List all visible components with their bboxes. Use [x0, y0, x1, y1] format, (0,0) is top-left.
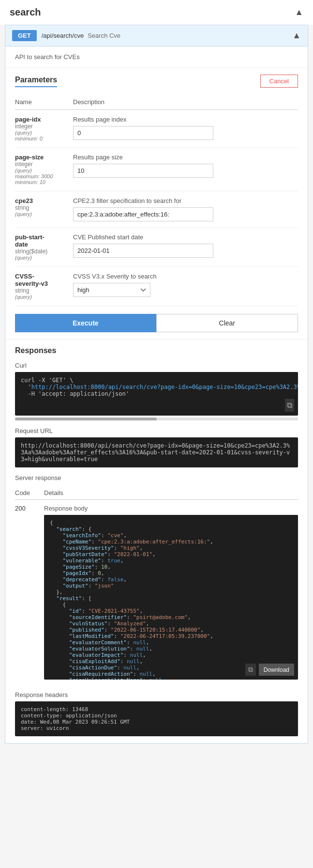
method-badge: GET [12, 30, 37, 41]
action-bar: Execute Clear [15, 314, 298, 332]
curl-section: Curl curl -X 'GET' \ 'http://localhost:8… [15, 362, 298, 420]
param-row-cvss-severity: CVSS-severity-v3 string (query) CVSS V3.… [15, 267, 298, 306]
response-body-content: { "search": { "searchInfo": "cve", "cpeN… [50, 520, 292, 680]
server-response-label: Server response [15, 474, 298, 481]
params-title: Parameters [15, 76, 57, 87]
param-meta-cvss-severity: CVSS-severity-v3 string (query) [15, 273, 73, 300]
param-name: page-size [15, 154, 73, 161]
param-input-page-idx[interactable] [73, 126, 213, 140]
param-desc: CVE Published start date [73, 233, 298, 241]
curl-scrollbar-thumb [15, 418, 157, 420]
param-input-page-size[interactable] [73, 164, 213, 178]
request-url-block: http://localhost:8000/api/search/cve?pag… [15, 437, 298, 467]
param-type: integer [15, 161, 73, 168]
param-constraint: maximum: 3000 [15, 173, 73, 179]
api-description: API to search for CVEs [5, 46, 308, 68]
endpoint-name: Search Cve [88, 32, 120, 39]
execute-button[interactable]: Execute [15, 314, 156, 332]
param-desc: CVSS V3.x Severity to search [73, 273, 298, 280]
param-row-page-size: page-size integer (query) maximum: 3000 … [15, 148, 298, 191]
response-headers-content: content-length: 13468 content-type: appl… [21, 706, 292, 731]
download-button[interactable]: Download [259, 664, 294, 676]
param-name: pub-start-date [15, 233, 73, 248]
endpoint-bar-left: GET /api/search/cve Search Cve [12, 30, 292, 41]
param-meta-pub-start-date: pub-start-date string($date) (query) [15, 233, 73, 261]
copy-body-button[interactable]: ⧉ [245, 664, 256, 676]
endpoint-collapse-icon[interactable]: ▲ [292, 31, 301, 41]
param-scope: (query) [15, 130, 73, 136]
request-url-content: http://localhost:8000/api/search/cve?pag… [21, 442, 290, 463]
col-description: Description [73, 98, 298, 106]
param-content-page-idx: Results page index [73, 116, 298, 140]
response-headers-label: Response headers [15, 691, 298, 698]
cancel-button[interactable]: Cancel [260, 75, 298, 88]
clear-button[interactable]: Clear [156, 314, 298, 332]
collapse-icon[interactable]: ▲ [295, 7, 303, 17]
parameters-section: Parameters Cancel Name Description page-… [5, 68, 308, 339]
page-title: search [10, 7, 41, 18]
details-col-header: Details [44, 489, 298, 496]
endpoint-bar: GET /api/search/cve Search Cve ▲ [5, 25, 308, 46]
param-constraint2: minimum: 10 [15, 179, 73, 185]
code-details-header: Code Details [15, 486, 298, 500]
response-code: 200 [15, 505, 44, 512]
param-meta-page-idx: page-idx integer (query) minimum: 0 [15, 116, 73, 141]
param-table-header: Name Description [15, 94, 298, 110]
response-headers-section: Response headers content-length: 13468 c… [15, 691, 298, 736]
cvss-severity-select[interactable]: -- select -- low medium high critical [73, 283, 150, 297]
param-type: string [15, 204, 73, 211]
col-name: Name [15, 98, 73, 106]
param-row-cpe23: cpe23 string (query) CPE2.3 filter speci… [15, 191, 298, 228]
param-scope: (query) [15, 255, 73, 261]
params-header: Parameters Cancel [15, 75, 298, 88]
curl-scrollbar[interactable] [15, 418, 298, 420]
param-row-pub-start-date: pub-start-date string($date) (query) CVE… [15, 228, 298, 267]
param-input-pub-start-date[interactable] [73, 244, 213, 258]
param-row-page-idx: page-idx integer (query) minimum: 0 Resu… [15, 110, 298, 148]
param-content-cvss-severity: CVSS V3.x Severity to search -- select -… [73, 273, 298, 297]
curl-label: Curl [15, 362, 298, 369]
response-headers-block: content-length: 13468 content-type: appl… [15, 701, 298, 736]
main-container: GET /api/search/cve Search Cve ▲ API to … [5, 25, 308, 744]
page-header: search ▲ [0, 0, 313, 25]
request-url-section: Request URL http://localhost:8000/api/se… [15, 427, 298, 467]
param-name: cpe23 [15, 197, 73, 204]
param-meta-page-size: page-size integer (query) maximum: 3000 … [15, 154, 73, 185]
response-body-block: { "search": { "searchInfo": "cve", "cpeN… [44, 515, 298, 680]
param-scope: (query) [15, 294, 73, 300]
responses-title: Responses [15, 346, 298, 355]
param-type: string($date) [15, 248, 73, 255]
param-desc: Results page index [73, 116, 298, 123]
param-content-pub-start-date: CVE Published start date [73, 233, 298, 258]
param-desc: CPE2.3 filter specification to search fo… [73, 197, 298, 204]
param-input-cpe23[interactable] [73, 207, 213, 221]
code-row: 200 Response body { "search": { "searchI… [15, 500, 298, 684]
response-details: Response body { "search": { "searchInfo"… [44, 505, 298, 680]
param-constraint: minimum: 0 [15, 136, 73, 141]
param-content-page-size: Results page size [73, 154, 298, 178]
param-name: CVSS-severity-v3 [15, 273, 73, 287]
param-content-cpe23: CPE2.3 filter specification to search fo… [73, 197, 298, 221]
param-desc: Results page size [73, 154, 298, 161]
param-type: string [15, 287, 73, 294]
body-actions: ⧉ Download [245, 664, 294, 676]
param-meta-cpe23: cpe23 string (query) [15, 197, 73, 217]
param-scope: (query) [15, 211, 73, 217]
request-url-label: Request URL [15, 427, 298, 434]
curl-block: curl -X 'GET' \ 'http://localhost:8000/a… [15, 372, 298, 416]
select-wrapper: -- select -- low medium high critical [73, 283, 150, 297]
curl-content: curl -X 'GET' \ 'http://localhost:8000/a… [21, 377, 298, 397]
code-col-header: Code [15, 489, 44, 496]
responses-section: Responses Curl curl -X 'GET' \ 'http://l… [5, 339, 308, 743]
param-scope: (query) [15, 168, 73, 173]
response-body-label: Response body [44, 505, 298, 512]
endpoint-path: /api/search/cve [42, 32, 84, 39]
param-name: page-idx [15, 116, 73, 123]
param-type: integer [15, 123, 73, 130]
curl-copy-icon[interactable]: ⧉ [285, 399, 294, 412]
